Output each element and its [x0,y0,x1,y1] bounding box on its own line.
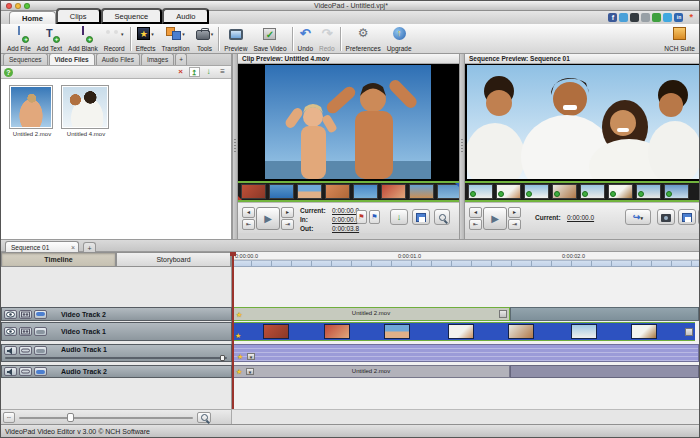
export-sequence-button[interactable]: ↪▾ [625,209,651,225]
bin-tab-video-files[interactable]: Video Files [49,53,95,65]
preferences-button[interactable]: ⚙ Preferences [343,25,384,52]
youtube-icon[interactable] [630,13,639,22]
sequence-filmstrip[interactable] [465,181,700,202]
linkedin-icon[interactable]: in [674,13,683,22]
record-button[interactable]: ▾ Record [101,25,128,52]
sequence-video-viewport[interactable] [465,64,700,181]
bin-tab-sequences[interactable]: Sequences [3,53,48,65]
effects-button[interactable]: ★▾ Effects [133,25,159,52]
timeline-clip-audio-1[interactable]: ★ ▾ [232,344,699,362]
volume-knob[interactable] [220,355,225,361]
playhead[interactable] [232,252,234,409]
track-header-video-2[interactable]: Video Track 2 [1,307,232,321]
tools-button[interactable]: ▾ Tools [193,25,217,52]
tab-clips[interactable]: Clips [56,8,101,24]
save-video-button[interactable]: ✓ Save Video [250,25,289,52]
delete-media-button[interactable]: × [175,67,186,77]
email-icon[interactable] [641,13,650,22]
list-view-button[interactable]: ≡ [217,67,228,77]
search-share-icon[interactable] [619,13,628,22]
prev-frame-button[interactable]: ◂ [242,207,255,218]
transition-button[interactable]: ▾ Transition [158,25,192,52]
close-window-button[interactable] [6,3,12,9]
minimize-window-button[interactable] [15,3,21,9]
upgrade-button[interactable]: ↑ Upgrade [384,25,415,52]
zoom-slider-handle[interactable] [67,413,74,422]
add-blank-button[interactable]: + Add Blank [65,25,101,52]
visibility-eye-icon[interactable] [4,327,17,336]
timeline-zoom-button[interactable] [197,412,211,423]
lane-icon[interactable] [34,310,47,319]
go-start-button[interactable]: ⇤ [242,219,255,230]
prev-frame-button[interactable]: ◂ [469,207,482,218]
clip-end-handle[interactable] [685,328,693,336]
lane-icon[interactable] [34,367,47,376]
fx-star-icon[interactable]: ★ [237,353,243,360]
place-on-sequence-button[interactable]: ↓ [390,209,408,225]
zoom-window-button[interactable] [24,3,30,9]
clip-filmstrip[interactable] [238,181,459,202]
speaker-icon[interactable] [4,367,17,376]
timeline-clip-extension[interactable] [510,307,699,321]
clip-video-viewport[interactable] [238,64,459,181]
speaker-icon[interactable] [4,346,17,355]
help-icon[interactable]: ? [4,68,13,77]
set-out-point-button[interactable]: ⚑ [369,210,380,224]
pan-button[interactable]: ⇔ [3,412,15,423]
time-ruler[interactable]: 0:00:00.0 0:00:01.0 0:00:02.0 [232,252,700,260]
timeline-clip-audio-2[interactable]: ★ ▾ Untitled 2.mov [232,365,510,378]
tab-sequence[interactable]: Sequence [101,8,163,24]
bin-tab-images[interactable]: Images [141,53,174,65]
add-text-button[interactable]: T+ Add Text [34,25,65,52]
scrub-strip[interactable] [232,260,700,267]
timeline-clip-video-1[interactable]: ★ [232,322,695,341]
go-end-button[interactable]: ⇥ [508,219,521,230]
android-icon[interactable] [652,13,661,22]
next-frame-button[interactable]: ▸ [508,207,521,218]
fx-star-icon[interactable]: ★ [236,368,242,375]
out-value[interactable]: 0:00:03.8 [332,225,359,232]
snapshot-button[interactable] [657,209,675,225]
place-down-button[interactable]: ↓ [203,67,214,77]
undo-button[interactable]: ↶ Undo [295,25,317,52]
nch-mark-icon[interactable]: * [689,13,693,22]
go-end-button[interactable]: ⇥ [281,219,294,230]
tab-audio[interactable]: Audio [162,8,209,24]
volume-slider[interactable] [5,355,227,361]
view-tab-storyboard[interactable]: Storyboard [116,252,231,267]
save-frame-button[interactable] [678,209,696,225]
fade-icon[interactable]: ▾ [246,368,254,375]
bin-add-tab[interactable]: + [175,53,187,65]
link-icon[interactable] [19,367,32,376]
redo-button[interactable]: ↷ Redo [316,25,338,52]
preview-button[interactable]: Preview [221,25,250,52]
play-button[interactable]: ▶ [256,207,280,230]
track-header-audio-1[interactable]: Audio Track 1 [1,344,232,362]
next-frame-button[interactable]: ▸ [281,207,294,218]
lane-icon[interactable] [34,327,47,336]
track-header-video-1[interactable]: Video Track 1 [1,322,232,341]
add-file-button[interactable]: + Add File [4,25,34,52]
media-item[interactable]: Untitled 4.mov [61,85,111,137]
video-share-icon[interactable] [663,13,672,22]
link-icon[interactable] [19,346,32,355]
fade-icon[interactable]: ▾ [247,353,255,360]
zoom-slider-track[interactable] [19,417,193,419]
bin-tab-audio-files[interactable]: Audio Files [96,53,140,65]
clip-zoom-button[interactable] [434,209,450,225]
facebook-icon[interactable]: f [608,13,617,22]
timeline-clip-video-2[interactable]: ★ Untitled 2.mov [232,307,510,321]
tab-home[interactable]: Home [9,11,56,24]
lane-icon[interactable] [34,346,47,355]
timeline-clip-extension[interactable] [510,365,699,378]
clip-end-handle[interactable] [499,310,507,318]
current-value[interactable]: 0:00:00.0 [567,214,594,221]
media-item[interactable]: Untitled 2.mov [9,85,55,137]
play-button[interactable]: ▶ [483,207,507,230]
export-media-button[interactable]: ↥ [189,67,200,77]
save-frame-button[interactable] [412,209,430,225]
fx-star-icon[interactable]: ★ [235,332,241,339]
visibility-eye-icon[interactable] [4,310,17,319]
set-in-point-button[interactable]: ⚑ [356,210,367,224]
camera-track-icon[interactable] [19,310,32,319]
